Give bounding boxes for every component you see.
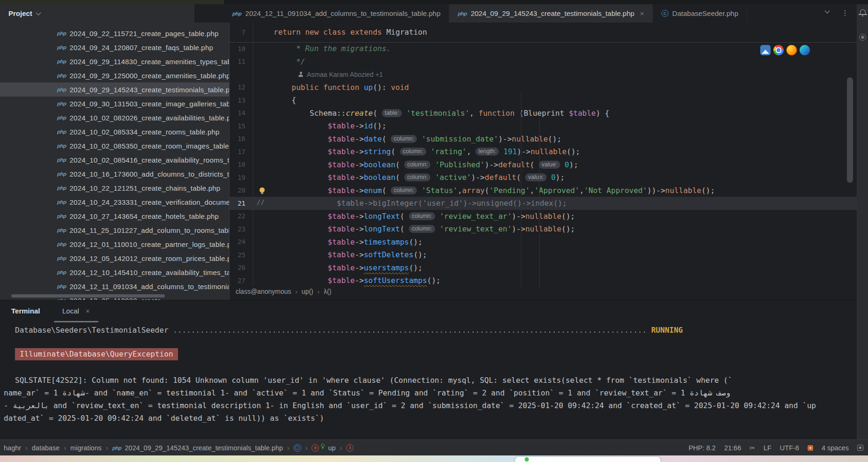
project-file-item[interactable]: php2024_11_25_101227_add_column_to_rooms… (0, 223, 230, 237)
project-file-item[interactable]: php2024_10_22_121251_create_chains_table… (0, 181, 230, 195)
notifications-button[interactable] (860, 9, 866, 14)
gutter-annotations (253, 133, 274, 146)
parameter-hint: column: (409, 212, 435, 220)
close-icon[interactable]: × (640, 9, 644, 17)
project-file-item[interactable]: php2024_10_02_082026_create_availabiliti… (0, 111, 230, 125)
code-line[interactable]: 23 $table->longText( column: 'review_tex… (230, 223, 857, 236)
edge-icon[interactable] (800, 45, 810, 55)
lightbulb-icon[interactable] (260, 187, 265, 193)
code-line[interactable]: 21// $table->bigInteger('user_id')->unsi… (230, 197, 857, 210)
code-line[interactable]: 11 */ (230, 55, 857, 68)
code-line[interactable]: 16 $table->date( column: 'submission_dat… (230, 133, 857, 146)
project-file-item[interactable]: php2024_12_10_145410_create_availability… (0, 265, 230, 279)
file-name: 2024_09_24_120807_create_faqs_table.php (70, 44, 213, 52)
code-line[interactable]: 26 $table->userstamps(); (230, 261, 857, 275)
status-breadcrumb-item[interactable]: λ (346, 444, 354, 452)
sticky-code-line[interactable]: 7return new class extends Migration (230, 22, 857, 43)
key-icon (321, 444, 325, 447)
code-line[interactable]: Asmaa Karam Abozied +1 (230, 68, 857, 81)
code-line[interactable]: 25 $table->softDeletes(); (230, 248, 857, 261)
close-icon[interactable]: × (86, 307, 90, 315)
chrome-icon[interactable] (773, 45, 784, 55)
status-widget[interactable]: LF (764, 444, 772, 452)
editor-tab[interactable]: php2024_12_11_091034_add_columns_to_test… (224, 4, 449, 22)
project-file-item[interactable]: php2024_10_16_173600_add_cloumns_to_dist… (0, 167, 230, 181)
code-line[interactable]: 19 $table->boolean( column: 'active')->d… (230, 171, 857, 184)
project-file-item[interactable]: php2024_09_29_125000_create_amenities_ta… (0, 68, 230, 82)
php-file-icon: php (57, 129, 67, 134)
tab-list: php2024_12_11_091034_add_columns_to_test… (224, 4, 747, 22)
code-line[interactable]: 13 { (230, 94, 857, 107)
code-line[interactable]: 20 $table->enum( column: 'Status',array(… (230, 184, 857, 197)
project-file-item[interactable]: php2024_10_27_143654_create_hotels_table… (0, 209, 230, 223)
status-widget[interactable]: 4 spaces (822, 444, 849, 452)
project-file-item[interactable]: php2024_09_22_115721_create_pages_table.… (0, 26, 230, 40)
status-widget[interactable]: UTF-8 (780, 444, 799, 452)
status-widget[interactable]: 21:66 (724, 444, 741, 452)
code-line[interactable]: 17 $table->string( column: 'rating', len… (230, 145, 857, 158)
horizontal-scrollbar[interactable] (11, 294, 165, 298)
gutter-annotations (253, 210, 274, 223)
code-line[interactable]: 18 $table->boolean( column: 'Published')… (230, 158, 857, 171)
line-number: 23 (230, 225, 253, 233)
terminal-title[interactable]: Terminal (11, 307, 40, 315)
editor-tab[interactable]: CDatabaseSeeder.php (653, 4, 747, 22)
code-editor[interactable]: 7return new class extends Migration 10 *… (230, 22, 857, 300)
php-file-icon: php (57, 255, 67, 261)
status-breadcrumb-item[interactable] (294, 444, 301, 452)
parameter-hint: column: (391, 135, 417, 143)
breadcrumb-item[interactable]: class@anonymous (236, 288, 291, 295)
tab-options-dropdown[interactable] (825, 10, 829, 13)
editor-scrollbar[interactable] (847, 77, 853, 183)
gutter-annotations (253, 223, 274, 236)
terminal-tab-local[interactable]: Local × (62, 307, 90, 315)
code-line[interactable]: 7return new class extends Migration (230, 26, 427, 39)
code-line[interactable]: 14 Schema::create( table: 'testimonials'… (230, 107, 857, 120)
chevron-down-icon[interactable] (36, 10, 41, 15)
project-file-item[interactable]: php2024_10_02_085350_create_room_images_… (0, 139, 230, 153)
status-widget[interactable] (808, 445, 813, 451)
project-file-item[interactable]: php2024_10_02_085334_create_rooms_table.… (0, 125, 230, 139)
project-file-item[interactable]: php2024_09_29_145243_create_testimonials… (0, 82, 230, 97)
project-file-item[interactable]: php2024_09_30_131503_create_image_galler… (0, 97, 230, 111)
project-file-item[interactable]: php2024_10_02_085416_create_availability… (0, 153, 230, 167)
kebab-menu-icon: ⋮ (841, 8, 849, 17)
status-breadcrumb-item[interactable]: haghr (4, 444, 21, 452)
php-file-icon: php (57, 30, 67, 36)
editor-tab[interactable]: php2024_09_29_145243_create_testimonials… (449, 4, 653, 22)
line-number: 17 (230, 148, 253, 156)
author-annotation[interactable]: Asmaa Karam Abozied +1 (274, 71, 383, 78)
code-line[interactable]: 12 public function up(): void (230, 81, 857, 94)
status-widget[interactable] (857, 445, 863, 451)
project-file-item[interactable]: php2024_12_05_142012_create_room_prices_… (0, 251, 230, 265)
preview-icon[interactable] (760, 45, 771, 55)
status-breadcrumb-item[interactable]: database (32, 444, 60, 452)
status-breadcrumb-item[interactable]: migrations (70, 444, 102, 452)
status-breadcrumb-item[interactable]: php2024_09_29_145243_create_testimonials… (112, 444, 283, 452)
gutter-annotations (253, 94, 274, 107)
project-panel-header[interactable]: Project (0, 4, 194, 22)
terminal-panel[interactable]: Terminal Local × Database\Seeders\Testim… (0, 300, 857, 440)
breadcrumb-item[interactable]: up() (302, 288, 313, 295)
project-file-item[interactable]: php2024_12_11_091034_add_columns_to_test… (0, 279, 230, 293)
code-line[interactable]: 15 $table->id(); (230, 119, 857, 133)
code-lines[interactable]: 10 * Run the migrations.11 */Asmaa Karam… (230, 42, 857, 287)
status-widget[interactable]: PHP: 8.2 (689, 444, 716, 452)
code-line[interactable]: 27 $table->softUserstamps(); (230, 274, 857, 287)
project-file-item[interactable]: php2024_12_01_110010_create_partner_logs… (0, 237, 230, 251)
status-breadcrumb-label: haghr (4, 444, 21, 452)
project-file-item[interactable]: php2024_10_24_233331_create_verification… (0, 195, 230, 209)
tool-window-icon[interactable] (859, 34, 866, 41)
code-line[interactable]: 24 $table->timestamps(); (230, 236, 857, 249)
gutter-annotations (253, 158, 274, 171)
php-file-icon: php (57, 213, 67, 219)
firefox-icon[interactable] (786, 45, 797, 55)
status-widget[interactable]: ✂ (749, 444, 755, 452)
more-options-button[interactable]: ⋮ (841, 8, 849, 17)
code-line[interactable]: 22 $table->longText( column: 'review_tex… (230, 210, 857, 223)
project-file-item[interactable]: php2024_09_29_114830_create_amenities_ty… (0, 54, 230, 68)
project-file-tree[interactable]: php2024_09_22_115721_create_pages_table.… (0, 22, 230, 300)
status-breadcrumb-item[interactable]: mup (312, 444, 335, 452)
project-file-item[interactable]: php2024_09_24_120807_create_faqs_table.p… (0, 40, 230, 54)
breadcrumb-item[interactable]: λ() (324, 288, 331, 295)
